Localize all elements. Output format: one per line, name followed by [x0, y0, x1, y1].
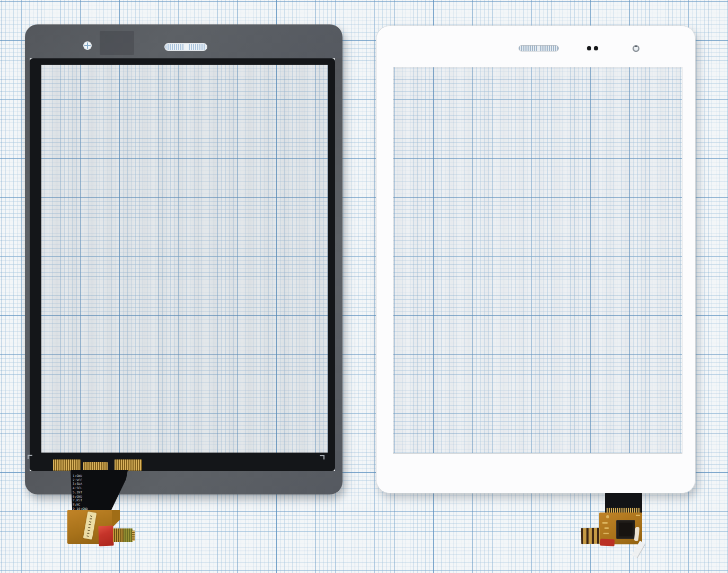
bond-gold-fingers	[53, 459, 81, 471]
black-panel-window-frame	[30, 58, 335, 471]
fpc-trace	[603, 533, 609, 534]
touch-controller-chip	[616, 520, 635, 539]
white-panel-top-bezel	[376, 26, 696, 67]
red-pull-tab	[600, 539, 615, 546]
sensor-dot-icon	[594, 46, 598, 50]
fpc-test-pad	[606, 515, 609, 518]
sensor-dot-icon	[587, 46, 591, 50]
black-digitizer-panel	[25, 24, 343, 494]
red-pull-tab	[98, 526, 113, 546]
white-digitizer-panel	[376, 25, 696, 493]
black-panel-right-bezel	[335, 58, 343, 471]
alignment-mark-left	[28, 455, 32, 459]
flex-pinout-labels: 1:GND 2:VCC 3:SDA 4:SCL 5:INT 6:GND 7:RS…	[73, 474, 104, 510]
speaker-mesh-icon	[164, 43, 207, 51]
white-panel-bottom-bezel	[376, 453, 696, 493]
flex-ribbon-connector	[581, 528, 601, 544]
flex-connector-tip	[132, 531, 135, 541]
front-camera-hole-icon	[633, 45, 639, 52]
front-camera-hole-icon	[83, 41, 92, 50]
fpc-trace	[636, 515, 640, 516]
white-panel-window-frame	[393, 67, 682, 454]
fpc-trace	[604, 527, 609, 529]
fpc-trace	[602, 522, 608, 524]
black-panel-left-bezel	[25, 58, 30, 471]
alignment-mark-right	[320, 455, 324, 459]
white-panel-right-bezel	[682, 67, 696, 453]
speaker-mesh-icon	[519, 45, 559, 51]
sticker-print	[86, 514, 92, 537]
flex-connector	[113, 528, 133, 542]
bond-gold-fingers	[115, 459, 142, 471]
white-panel-left-bezel	[376, 67, 393, 453]
black-panel-top-bezel	[25, 24, 343, 58]
adhesive-shade	[100, 31, 134, 55]
